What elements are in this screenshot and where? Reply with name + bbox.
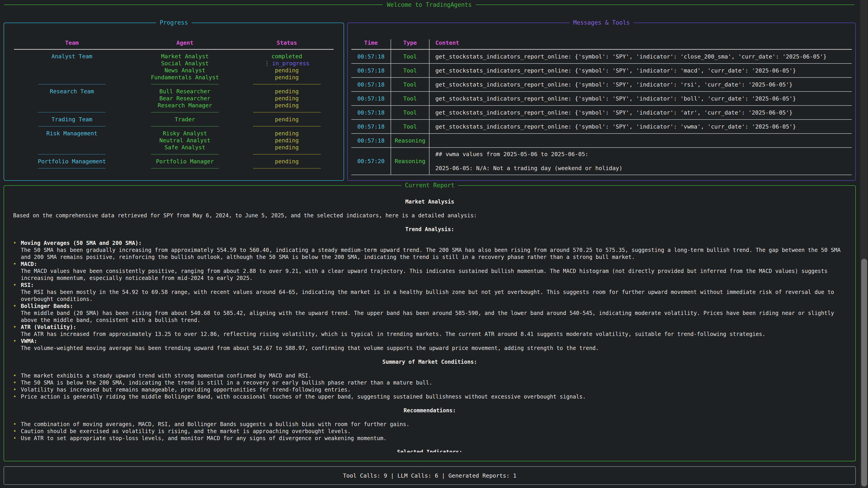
report-bullet: •Bollinger Bands:The middle band (20 SMA… [13, 303, 846, 324]
report-body: Market Analysis Based on the comprehensi… [4, 186, 855, 452]
progress-row: Trading TeamTraderpending [8, 116, 339, 123]
progress-row: Fundamentals Analystpending [8, 74, 339, 81]
status-text: pending [275, 74, 299, 80]
bullet-title: Bollinger Bands: [21, 303, 73, 309]
agent-cell: Bull Researcher [135, 88, 235, 95]
message-type: Tool [391, 50, 430, 63]
status-cell: pending [235, 137, 339, 144]
stats-bar: Tool Calls: 9 | LLM Calls: 6 | Generated… [4, 466, 856, 485]
progress-table-body: Analyst TeamMarket AnalystcompletedSocia… [8, 53, 339, 172]
message-type: Reasoning [391, 134, 430, 147]
message-type: Tool [391, 92, 430, 105]
report-bullet: •ATR (Volatility):The ATR has increased … [13, 324, 846, 338]
bullet-list: •The combination of moving averages, MAC… [13, 421, 846, 442]
agent-cell: Safe Analyst [135, 144, 235, 151]
status-text: pending [275, 116, 299, 123]
report-bullet: •MACD:The MACD values have been consiste… [13, 261, 846, 282]
app-title: Welcome to TradingAgents [387, 1, 472, 8]
agent-cell: News Analyst [135, 67, 235, 74]
bullet-list: •Moving Averages (50 SMA and 200 SMA):Th… [13, 240, 846, 352]
report-bullet: •The 50 SMA is below the 200 SMA, indica… [13, 379, 846, 386]
status-text: pending [275, 158, 299, 165]
team-cell [8, 60, 135, 67]
messages-table: Time Type Content 00:57:18Toolget_stocks… [348, 23, 855, 175]
message-type: Tool [391, 120, 430, 133]
report-section-heading: Recommendations: [13, 407, 846, 414]
status-text: pending [275, 67, 299, 74]
team-cell [8, 102, 135, 109]
message-time: 00:57:18 [351, 78, 391, 91]
report-section-heading: Selected Indicators: [13, 449, 846, 452]
message-row: 00:57:18Toolget_stockstats_indicators_re… [351, 120, 852, 134]
report-bullet: •Price action is generally riding the mi… [13, 393, 846, 400]
message-content: get_stockstats_indicators_report_online:… [430, 120, 852, 133]
welcome-rule: Welcome to TradingAgents [4, 1, 855, 8]
messages-table-header: Time Type Content [351, 39, 852, 50]
team-cell: Research Team [8, 88, 135, 95]
bullet-icon: • [13, 379, 21, 386]
bullet-icon: • [13, 435, 21, 442]
column-header-agent: Agent [135, 39, 235, 46]
message-time: 00:57:18 [351, 120, 391, 133]
status-text: pending [275, 144, 299, 151]
status-cell: pending [235, 130, 339, 137]
bullet-body: The volume-weighted moving average has b… [21, 345, 599, 351]
status-cell: pending [235, 144, 339, 151]
column-header-team: Team [8, 39, 135, 46]
status-text: pending [275, 102, 299, 109]
stats-text: Tool Calls: 9 | LLM Calls: 6 | Generated… [343, 473, 517, 479]
message-time: 00:57:18 [351, 64, 391, 77]
status-cell: pending [235, 74, 339, 81]
report-bullet: •RSI:The RSI has been mostly in the 54.9… [13, 282, 846, 303]
bullet-icon: • [13, 338, 21, 352]
column-header-time: Time [351, 39, 391, 49]
group-divider [8, 123, 339, 130]
status-cell: pending [235, 116, 339, 123]
team-cell [8, 74, 135, 81]
status-text: pending [275, 95, 299, 102]
message-type: Tool [391, 106, 430, 119]
message-type: Tool [391, 78, 430, 91]
progress-row: Safe Analystpending [8, 144, 339, 151]
message-content [430, 134, 852, 147]
progress-row: Bear Researcherpending [8, 95, 339, 102]
message-row: 00:57:18Reasoning [351, 134, 852, 148]
message-row: 00:57:18Toolget_stockstats_indicators_re… [351, 78, 852, 92]
bullet-icon: • [13, 261, 21, 282]
team-cell [8, 95, 135, 102]
report-bullet: •Volatility has increased but remains ma… [13, 386, 846, 393]
message-row: 00:57:18Toolget_stockstats_indicators_re… [351, 50, 852, 64]
message-type: Tool [391, 64, 430, 77]
bullet-body: The ATR has increased from approximately… [21, 331, 765, 337]
bullet-title: VWMA: [21, 338, 37, 344]
report-sections: Trend Analysis:•Moving Averages (50 SMA … [13, 226, 846, 452]
status-text: pending [275, 137, 299, 144]
progress-row: Neutral Analystpending [8, 137, 339, 144]
message-content: get_stockstats_indicators_report_online:… [430, 92, 852, 105]
scrollbar-track[interactable] [860, 0, 868, 488]
agent-cell: Social Analyst [135, 60, 235, 67]
report-panel-title: Current Report [401, 182, 458, 189]
status-cell: pending [235, 102, 339, 109]
status-cell: completed [235, 53, 339, 60]
message-time: 00:57:18 [351, 106, 391, 119]
message-row: 00:57:18Toolget_stockstats_indicators_re… [351, 106, 852, 120]
scrollbar-thumb[interactable] [861, 259, 867, 486]
progress-row: Analyst TeamMarket Analystcompleted [8, 53, 339, 60]
bullet-title: ATR (Volatility): [21, 324, 76, 330]
agent-cell: Risky Analyst [135, 130, 235, 137]
status-text: pending [275, 130, 299, 137]
bullet-icon: • [13, 240, 21, 261]
message-row: 00:57:20Reasoning## vwma values from 202… [351, 148, 852, 175]
team-cell: Trading Team [8, 116, 135, 123]
status-text: completed [272, 53, 302, 60]
bullet-body: The 50 SMA has been gradually increasing… [21, 247, 841, 260]
agent-cell: Portfolio Manager [135, 158, 235, 165]
bullet-icon: • [13, 428, 21, 435]
team-cell [8, 67, 135, 74]
status-cell: pending [235, 67, 339, 74]
bullet-icon: • [13, 421, 21, 428]
message-row: 00:57:18Toolget_stockstats_indicators_re… [351, 64, 852, 78]
bullet-icon: • [13, 303, 21, 324]
bullet-list: •The market exhibits a steady upward tre… [13, 372, 846, 400]
